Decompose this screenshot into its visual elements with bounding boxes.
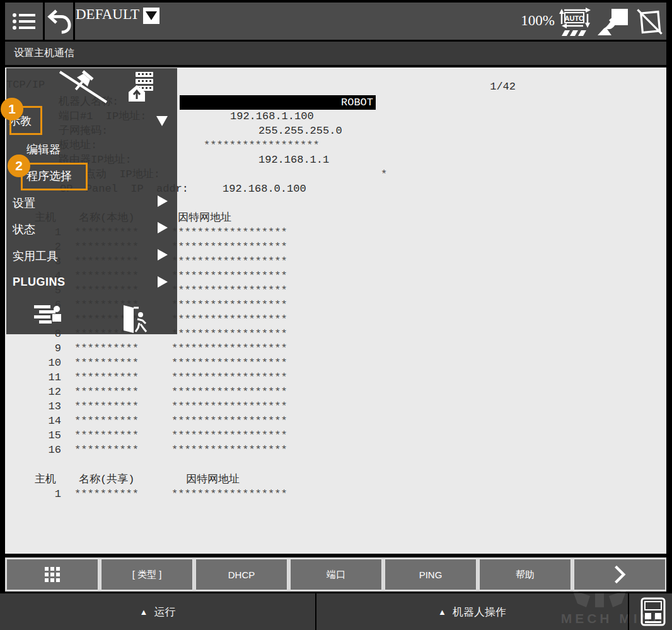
teach-pendant-button[interactable] — [638, 596, 668, 627]
triangle-up-icon: ▲ — [140, 607, 148, 617]
home-building-icon[interactable] — [128, 72, 154, 102]
robot-name-value: ROBOT — [341, 96, 373, 108]
menu-item-editor[interactable]: 编辑器 — [26, 142, 61, 157]
robot-name-field[interactable]: ROBOT — [180, 95, 376, 110]
submenu-collapsed-icon — [158, 276, 168, 288]
teach-pendant-icon — [640, 597, 666, 626]
menu-user-icon[interactable] — [33, 300, 63, 330]
exit-door-icon[interactable] — [120, 304, 149, 334]
robot-operation-tray-button[interactable]: ▲ 机器人操作 — [316, 593, 628, 630]
triangle-up-icon: ▲ — [438, 607, 446, 617]
function-key-bar: [ 类型 ] DHCP 端口 PING 帮助 — [5, 557, 666, 592]
robot-jog-icon[interactable] — [596, 8, 629, 37]
menu-item-status[interactable]: 状态 — [13, 222, 35, 237]
auto-mode-label: AUTO — [565, 15, 584, 22]
auto-mode-icon[interactable]: AUTO — [556, 8, 595, 37]
program-name: DEFAULT — [76, 6, 139, 23]
shared-col-name: 名称(共享) — [79, 473, 134, 487]
chevron-right-icon — [613, 565, 627, 584]
page-title: 设置主机通信 — [14, 47, 74, 60]
title-bar: 设置主机通信 — [5, 42, 666, 65]
grid-icon — [44, 566, 61, 583]
speed-override[interactable]: 100% — [514, 13, 555, 29]
menu-item-plugins[interactable]: PLUGINS — [13, 276, 66, 289]
dhcp-function-key[interactable]: DHCP — [195, 559, 287, 590]
port-function-key[interactable]: 端口 — [290, 559, 382, 590]
next-page-function-key[interactable] — [574, 559, 666, 590]
menu-grid-button[interactable] — [6, 559, 98, 590]
submenu-collapsed-icon — [158, 249, 168, 260]
back-button[interactable] — [45, 3, 75, 40]
submenu-collapsed-icon — [158, 222, 168, 233]
annotation-badge-1: 1 — [1, 98, 23, 120]
program-select-dropdown[interactable]: DEFAULT — [76, 3, 159, 44]
annotation-box-program-select — [21, 163, 88, 190]
teach-pendant-screen: DEFAULT 100% AUTO — [0, 0, 672, 630]
type-function-key[interactable]: [ 类型 ] — [101, 559, 193, 590]
local-col-addr: 因特网地址 — [178, 211, 231, 225]
unpin-icon[interactable] — [50, 69, 113, 104]
main-menu-button[interactable] — [5, 3, 45, 40]
ping-function-key[interactable]: PING — [385, 559, 477, 590]
subnet-value[interactable]: 255.255.255.0 — [258, 124, 342, 138]
board-value[interactable]: ****************** — [204, 139, 320, 153]
dropdown-arrow-icon — [143, 8, 159, 24]
bottom-bar: MECH MIND ▲ 运行 ▲ 机器人操作 — [0, 593, 672, 630]
shared-col-addr: 因特网地址 — [186, 473, 240, 487]
router-value[interactable]: 192.168.1.1 — [258, 153, 329, 167]
menu-item-setup[interactable]: 设置 — [13, 195, 35, 211]
help-function-key[interactable]: 帮助 — [479, 559, 571, 590]
divider — [628, 593, 629, 630]
shared-col-host: 主机 — [35, 473, 56, 487]
top-bar: DEFAULT 100% AUTO — [5, 3, 666, 40]
menu-item-utilities[interactable]: 实用工具 — [13, 248, 58, 264]
display-off-icon[interactable] — [634, 6, 664, 37]
jog-ip-value[interactable]: * — [381, 168, 387, 182]
op-panel-value[interactable]: 192.168.0.100 — [223, 182, 306, 196]
page-indicator: 1/42 — [459, 80, 516, 94]
back-icon — [47, 9, 71, 34]
annotation-badge-2: 2 — [8, 155, 30, 177]
submenu-collapsed-icon — [158, 195, 168, 207]
hamburger-icon — [11, 11, 37, 32]
submenu-expanded-icon — [156, 116, 168, 126]
run-tray-button[interactable]: ▲ 运行 — [0, 593, 315, 630]
port1-value[interactable]: 192.168.1.100 — [230, 110, 314, 124]
